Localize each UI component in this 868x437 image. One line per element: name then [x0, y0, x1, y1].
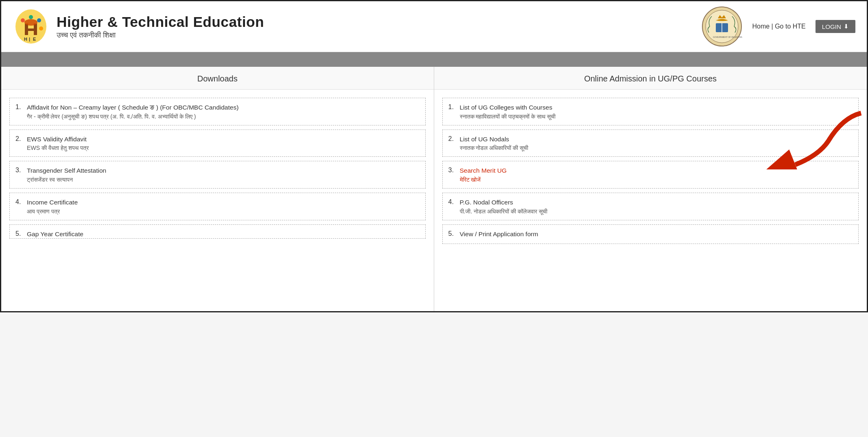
- item-subtitle: स्नातक महाविद्यालयों की पाठ्चक्रमों के स…: [460, 113, 853, 120]
- list-item[interactable]: 4. P.G. Nodal Officers पी.जी. नोडल अधिका…: [442, 193, 859, 220]
- header-title-sub: उच्च एवं तकनीकी शिक्षा: [57, 31, 264, 40]
- item-content: List of UG Nodals स्नातक नोडल अधिकारियों…: [460, 135, 853, 152]
- item-subtitle: पी.जी. नोडल अधिकारियों की कॉलेजवार सूची: [460, 208, 853, 215]
- item-title: List of UG Nodals: [460, 135, 853, 144]
- login-button[interactable]: LOGIN ⬇: [816, 20, 855, 33]
- item-subtitle: ट्रांसजेंडर स्व सत्यापन: [27, 176, 420, 183]
- item-title: Transgender Self Attestation: [27, 166, 420, 175]
- list-item[interactable]: 3. Transgender Self Attestation ट्रांसजे…: [9, 161, 426, 189]
- list-item[interactable]: 1. List of UG Colleges with Courses स्ना…: [442, 98, 859, 125]
- item-number: 2.: [448, 135, 460, 143]
- svg-point-0: [15, 9, 46, 44]
- item-content: EWS Validity Affidavit EWS की वैधता हेतु…: [27, 135, 420, 152]
- list-item[interactable]: 5. Gap Year Certificate: [9, 224, 426, 239]
- home-nav-link[interactable]: Home | Go to HTE: [752, 23, 805, 30]
- item-title: Affidavit for Non – Creamy layer ( Sched…: [27, 103, 420, 112]
- login-label: LOGIN: [822, 23, 841, 30]
- admission-panel: Online Admission in UG/PG Courses 1. Lis…: [434, 67, 867, 311]
- svg-rect-3: [25, 29, 37, 31]
- main-content: Downloads 1. Affidavit for Non – Creamy …: [1, 67, 867, 311]
- item-subtitle: EWS की वैधता हेतु शपथ पत्र: [27, 145, 420, 152]
- svg-point-6: [29, 15, 33, 19]
- list-item[interactable]: 5. View / Print Application form: [442, 224, 859, 244]
- item-title: P.G. Nodal Officers: [460, 198, 853, 207]
- list-item[interactable]: 2. EWS Validity Affidavit EWS की वैधता ह…: [9, 130, 426, 157]
- item-content: Affidavit for Non – Creamy layer ( Sched…: [27, 103, 420, 120]
- header-title-main: Higher & Technical Education: [57, 14, 264, 30]
- item-title: Search Merit UG: [460, 166, 853, 175]
- item-content: Search Merit UG मेरिट खोजें: [460, 166, 853, 183]
- header-right: GOVERNMENT OF RAJASTHAN Home | Go to HTE…: [702, 6, 855, 47]
- item-content: List of UG Colleges with Courses स्नातक …: [460, 103, 853, 120]
- svg-text:H: H: [24, 37, 27, 42]
- svg-point-7: [37, 18, 41, 22]
- header-title: Higher & Technical Education उच्च एवं तक…: [57, 14, 264, 40]
- item-number: 3.: [448, 166, 460, 174]
- list-item[interactable]: 2. List of UG Nodals स्नातक नोडल अधिकारि…: [442, 130, 859, 157]
- item-number: 2.: [15, 135, 27, 143]
- item-number: 4.: [15, 198, 27, 206]
- navbar: [1, 52, 867, 67]
- svg-point-8: [39, 26, 43, 31]
- item-number: 4.: [448, 198, 460, 206]
- item-content: P.G. Nodal Officers पी.जी. नोडल अधिकारिय…: [460, 198, 853, 215]
- admission-heading: Online Admission in UG/PG Courses: [434, 67, 867, 90]
- item-content: Income Certificate आय प्रमाण पत्र: [27, 198, 420, 215]
- list-item[interactable]: 4. Income Certificate आय प्रमाण पत्र: [9, 193, 426, 220]
- svg-point-5: [21, 18, 25, 22]
- downloads-panel: Downloads 1. Affidavit for Non – Creamy …: [1, 67, 434, 311]
- item-title: List of UG Colleges with Courses: [460, 103, 853, 112]
- item-number: 5.: [15, 230, 27, 237]
- logo: H | E: [13, 8, 49, 45]
- downloads-list: 1. Affidavit for Non – Creamy layer ( Sc…: [1, 90, 434, 247]
- admission-list: 1. List of UG Colleges with Courses स्ना…: [434, 90, 867, 252]
- item-number: 1.: [448, 103, 460, 111]
- item-content: Transgender Self Attestation ट्रांसजेंडर…: [27, 166, 420, 183]
- item-subtitle: गैर - क्रीमी लेयर (अनुसूची ङ) शपथ पत्र (…: [27, 113, 420, 120]
- svg-point-4: [24, 19, 37, 26]
- item-number: 3.: [15, 166, 27, 174]
- item-number: 1.: [15, 103, 27, 111]
- item-title: Income Certificate: [27, 198, 420, 207]
- item-content: Gap Year Certificate: [27, 230, 420, 239]
- item-title: EWS Validity Affidavit: [27, 135, 420, 144]
- download-icon: ⬇: [844, 23, 849, 30]
- item-subtitle: आय प्रमाण पत्र: [27, 208, 420, 215]
- list-item-search-merit[interactable]: 3. Search Merit UG मेरिट खोजें: [442, 161, 859, 189]
- government-emblem: GOVERNMENT OF RAJASTHAN: [702, 6, 742, 47]
- list-item[interactable]: 1. Affidavit for Non – Creamy layer ( Sc…: [9, 98, 426, 125]
- item-number: 5.: [448, 230, 460, 237]
- item-title: View / Print Application form: [460, 230, 853, 239]
- item-title: Gap Year Certificate: [27, 230, 420, 239]
- header: H | E Higher & Technical Education उच्च …: [1, 1, 867, 52]
- header-left: H | E Higher & Technical Education उच्च …: [13, 8, 264, 45]
- downloads-heading: Downloads: [1, 67, 434, 90]
- svg-text:GOVERNMENT OF RAJASTHAN: GOVERNMENT OF RAJASTHAN: [713, 36, 742, 38]
- svg-text:E: E: [33, 37, 36, 42]
- item-content: View / Print Application form: [460, 230, 853, 239]
- svg-text:|: |: [29, 37, 30, 42]
- item-subtitle: मेरिट खोजें: [460, 176, 853, 183]
- item-subtitle: स्नातक नोडल अधिकारियों की सूची: [460, 145, 853, 152]
